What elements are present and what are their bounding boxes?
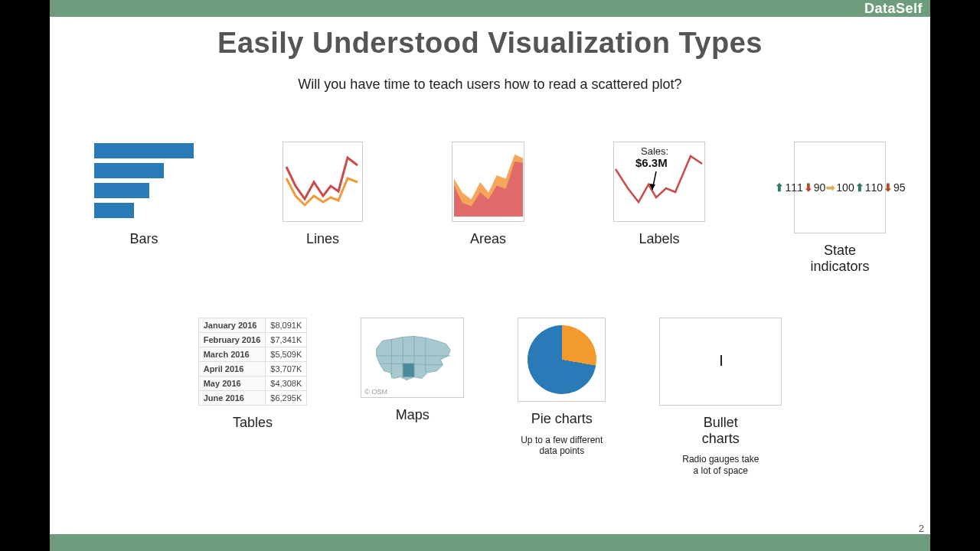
down-arrow-icon: ⬇ bbox=[803, 181, 814, 194]
state-value: 90 bbox=[814, 181, 826, 194]
table-cell: January 2016 bbox=[198, 318, 266, 333]
down-arrow-icon: ⬇ bbox=[883, 181, 893, 194]
page-number: 2 bbox=[919, 523, 924, 534]
slide: DataSelf 2 Easily Understood Visualizati… bbox=[50, 0, 930, 551]
bars-thumbnail bbox=[94, 142, 194, 222]
table-cell: February 2016 bbox=[198, 333, 266, 347]
table-row: February 2016$7,341K bbox=[198, 333, 307, 347]
pie-thumbnail bbox=[518, 318, 606, 402]
lines-label: Lines bbox=[306, 231, 339, 247]
map-attribution: © OSM bbox=[364, 388, 387, 396]
cell-bars: Bars bbox=[94, 142, 194, 247]
state-value: 111 bbox=[785, 181, 802, 194]
state-value: 110 bbox=[865, 181, 883, 194]
table-cell: April 2016 bbox=[198, 362, 266, 377]
state-row: ⬆111 bbox=[774, 179, 802, 196]
areas-label: Areas bbox=[470, 231, 506, 247]
slide-subtitle: Will you have time to teach users how to… bbox=[50, 77, 930, 93]
table-row: May 2016$4,308K bbox=[198, 377, 307, 391]
pie-sublabel: Up to a few different data points bbox=[521, 435, 603, 457]
table-row: April 2016$3,707K bbox=[198, 362, 307, 377]
table-row: March 2016$5,509K bbox=[198, 347, 307, 362]
cell-pie: Pie charts Up to a few different data po… bbox=[518, 318, 606, 456]
table-cell: $3,707K bbox=[266, 362, 307, 377]
state-value: 100 bbox=[836, 181, 854, 194]
table-row: January 2016$8,091K bbox=[198, 318, 307, 333]
state-value: 95 bbox=[893, 181, 906, 194]
table-cell: June 2016 bbox=[198, 391, 266, 406]
tables-label: Tables bbox=[233, 415, 273, 431]
right-arrow-icon: ➡ bbox=[825, 181, 836, 194]
pie-icon bbox=[528, 325, 596, 394]
maps-label: Maps bbox=[396, 407, 430, 423]
table-cell: $5,509K bbox=[266, 347, 307, 362]
table-cell: $8,091K bbox=[266, 318, 307, 333]
cell-maps: © OSM Maps bbox=[361, 318, 464, 423]
cell-areas: Areas bbox=[452, 142, 524, 247]
bottom-bar bbox=[50, 534, 930, 551]
table-cell: March 2016 bbox=[198, 347, 266, 362]
row-1: Bars Lines Areas Sales: bbox=[50, 142, 930, 274]
cell-tables: January 2016$8,091KFebruary 2016$7,341KM… bbox=[198, 318, 308, 431]
cell-lines: Lines bbox=[283, 142, 363, 247]
state-label: State indicators bbox=[810, 243, 869, 274]
state-row: ⬆110 bbox=[854, 179, 883, 196]
top-bar: DataSelf bbox=[50, 0, 930, 17]
tables-thumbnail: January 2016$8,091KFebruary 2016$7,341KM… bbox=[198, 318, 308, 406]
bars-label: Bars bbox=[129, 231, 158, 247]
state-row: ⬇95 bbox=[883, 179, 906, 196]
bullet-thumbnail bbox=[659, 318, 782, 406]
table-row: June 2016$6,295K bbox=[198, 391, 307, 406]
state-row: ⬇90 bbox=[803, 179, 826, 196]
areas-thumbnail bbox=[452, 142, 524, 222]
cell-labels: Sales: $6.3M Labels bbox=[613, 142, 705, 247]
row-2: January 2016$8,091KFebruary 2016$7,341KM… bbox=[50, 318, 930, 476]
state-thumbnail: ⬆111⬇90➡100⬆110⬇95 bbox=[794, 142, 886, 233]
lines-thumbnail bbox=[283, 142, 363, 222]
cell-bullet: Bullet charts Radio gauges take a lot of… bbox=[659, 318, 782, 476]
table-cell: $4,308K bbox=[266, 377, 307, 391]
cell-state: ⬆111⬇90➡100⬆110⬇95 State indicators bbox=[794, 142, 886, 274]
brand-logo: DataSelf bbox=[864, 1, 923, 17]
state-row: ➡100 bbox=[825, 179, 854, 196]
table-cell: $7,341K bbox=[266, 333, 307, 347]
table-cell: May 2016 bbox=[198, 377, 266, 391]
bullet-sublabel: Radio gauges take a lot of space bbox=[682, 454, 759, 476]
slide-title: Easily Understood Visualization Types bbox=[50, 27, 930, 60]
svg-marker-1 bbox=[454, 161, 523, 217]
up-arrow-icon: ⬆ bbox=[854, 181, 865, 194]
maps-thumbnail: © OSM bbox=[361, 318, 464, 398]
labels-label: Labels bbox=[639, 231, 679, 247]
up-arrow-icon: ⬆ bbox=[774, 181, 785, 194]
labels-thumbnail: Sales: $6.3M bbox=[613, 142, 705, 222]
pie-label: Pie charts bbox=[531, 411, 593, 427]
table-cell: $6,295K bbox=[266, 391, 307, 406]
bullet-target-tick bbox=[720, 355, 722, 366]
bullet-label: Bullet charts bbox=[702, 415, 740, 446]
